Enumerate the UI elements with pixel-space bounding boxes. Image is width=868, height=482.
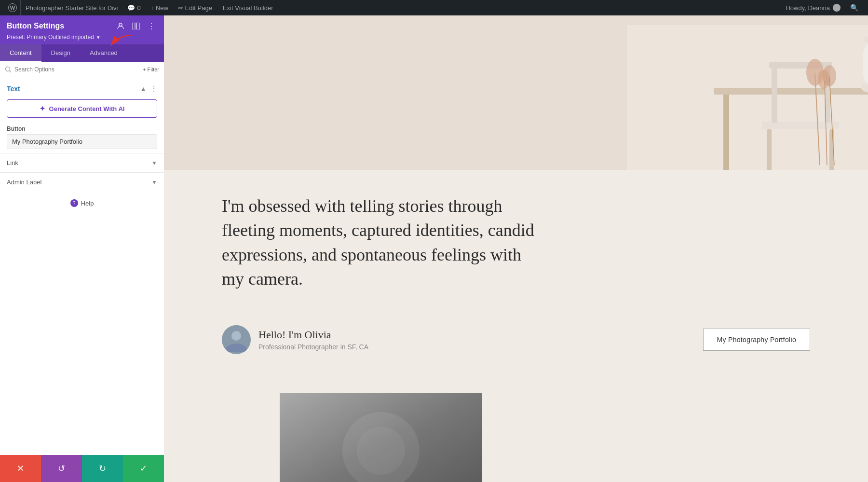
comments-link[interactable]: 💬 0 bbox=[122, 0, 145, 15]
panel-tabs: Content Design Advanced bbox=[0, 44, 164, 62]
ai-sparkle-icon: ✦ bbox=[40, 105, 45, 112]
svg-point-28 bbox=[231, 331, 241, 341]
link-section-title: Link bbox=[7, 159, 18, 166]
text-section-header: Text ▲ ⋮ bbox=[0, 82, 164, 96]
help-section: ? Help bbox=[0, 192, 164, 215]
svg-point-2 bbox=[119, 23, 122, 26]
comment-count: 0 bbox=[137, 4, 140, 12]
svg-rect-4 bbox=[136, 23, 140, 29]
panel-content-area: Text ▲ ⋮ ✦ Generate Content With AI Butt… bbox=[0, 77, 164, 455]
search-icon[interactable]: 🔍 bbox=[845, 4, 863, 12]
ai-generate-button[interactable]: ✦ Generate Content With AI bbox=[7, 99, 157, 118]
button-field-label: Button bbox=[0, 122, 164, 134]
svg-point-32 bbox=[357, 427, 405, 475]
redo-button[interactable]: ↻ bbox=[82, 455, 123, 482]
main-quote-text: I'm obsessed with telling stories throug… bbox=[222, 194, 540, 291]
hero-image-section bbox=[164, 15, 868, 170]
author-section: Hello! I'm Olivia Professional Photograp… bbox=[164, 325, 868, 354]
button-text-input[interactable] bbox=[7, 134, 157, 149]
comment-icon: 💬 bbox=[127, 4, 135, 12]
text-section-collapse-icon[interactable]: ▲ bbox=[140, 85, 147, 93]
page-preview-area: I'm obsessed with telling stories throug… bbox=[164, 15, 868, 482]
howdy-user: Howdy, Deanna bbox=[781, 0, 845, 15]
save-icon: ✓ bbox=[140, 463, 147, 474]
svg-rect-10 bbox=[723, 95, 729, 170]
wp-logo-icon[interactable]: W bbox=[5, 0, 20, 15]
svg-rect-16 bbox=[772, 64, 777, 123]
author-title: Professional Photographer in SF, CA bbox=[258, 343, 368, 351]
undo-icon: ↺ bbox=[58, 463, 65, 474]
author-avatar bbox=[222, 325, 251, 354]
panel-bottom-bar: ✕ ↺ ↻ ✓ bbox=[0, 455, 164, 482]
site-name-link[interactable]: Photographer Starter Site for Divi bbox=[20, 0, 122, 15]
wp-admin-bar: W Photographer Starter Site for Divi 💬 0… bbox=[0, 0, 868, 15]
svg-point-26 bbox=[823, 65, 836, 86]
panel-icon-more[interactable]: ⋮ bbox=[146, 20, 157, 32]
admin-label-chevron-icon: ▼ bbox=[151, 179, 157, 186]
settings-panel: Button Settings ⋮ bbox=[0, 15, 164, 482]
text-section-title: Text bbox=[7, 85, 20, 93]
svg-rect-3 bbox=[132, 23, 135, 29]
tab-design[interactable]: Design bbox=[41, 44, 80, 62]
save-button[interactable]: ✓ bbox=[123, 455, 164, 482]
redo-icon: ↻ bbox=[99, 463, 106, 474]
filter-button[interactable]: + Filter bbox=[143, 67, 159, 72]
link-section: Link ▼ bbox=[0, 153, 164, 172]
panel-header: Button Settings ⋮ bbox=[0, 15, 164, 44]
red-arrow-indicator bbox=[87, 29, 135, 60]
link-section-chevron-icon: ▼ bbox=[151, 160, 157, 166]
edit-page-link[interactable]: ✏ Edit Page bbox=[173, 0, 217, 15]
cancel-button[interactable]: ✕ bbox=[0, 455, 41, 482]
help-button[interactable]: ? Help bbox=[70, 199, 94, 207]
svg-rect-19 bbox=[767, 129, 772, 170]
chair-photo bbox=[627, 25, 820, 170]
text-section-menu-icon[interactable]: ⋮ bbox=[150, 85, 157, 93]
portfolio-button[interactable]: My Photography Portfolio bbox=[703, 329, 810, 351]
link-section-header[interactable]: Link ▼ bbox=[0, 153, 164, 172]
svg-text:W: W bbox=[10, 5, 15, 11]
search-icon bbox=[5, 66, 12, 73]
user-avatar[interactable] bbox=[833, 4, 841, 12]
author-name: Hello! I'm Olivia bbox=[258, 329, 368, 341]
options-search-bar: + Filter bbox=[0, 62, 164, 77]
panel-title: Button Settings bbox=[7, 22, 64, 30]
tab-content[interactable]: Content bbox=[0, 44, 41, 62]
admin-label-section: Admin Label ▼ bbox=[0, 172, 164, 192]
exit-visual-builder-link[interactable]: Exit Visual Builder bbox=[217, 0, 279, 15]
cancel-icon: ✕ bbox=[17, 463, 24, 474]
bottom-section: ··· bbox=[164, 354, 868, 482]
new-link[interactable]: + New bbox=[146, 0, 173, 15]
admin-label-section-header[interactable]: Admin Label ▼ bbox=[0, 173, 164, 192]
svg-line-7 bbox=[10, 71, 12, 73]
svg-rect-15 bbox=[762, 122, 839, 129]
main-quote-section: I'm obsessed with telling stories throug… bbox=[164, 170, 598, 325]
admin-label-title: Admin Label bbox=[7, 179, 41, 186]
author-text: Hello! I'm Olivia Professional Photograp… bbox=[258, 329, 368, 351]
author-info: Hello! I'm Olivia Professional Photograp… bbox=[222, 325, 368, 354]
bottom-photo bbox=[280, 393, 482, 482]
svg-point-6 bbox=[6, 67, 10, 71]
undo-button[interactable]: ↺ bbox=[41, 455, 82, 482]
svg-rect-9 bbox=[714, 88, 868, 95]
help-circle-icon: ? bbox=[70, 199, 78, 207]
search-options-input[interactable] bbox=[14, 66, 140, 73]
